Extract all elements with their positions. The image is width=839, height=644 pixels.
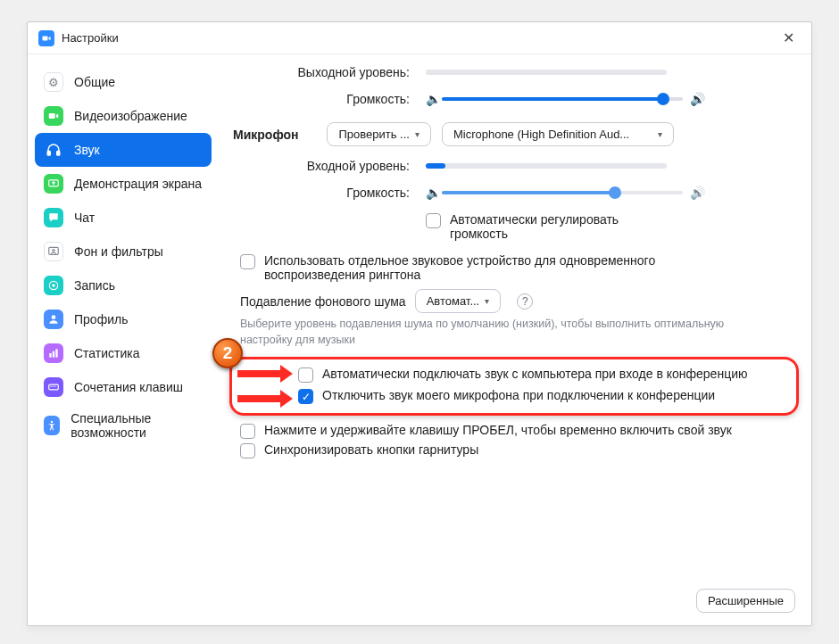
sidebar-item-video[interactable]: Видеоизображение xyxy=(35,99,212,133)
svg-point-8 xyxy=(52,284,55,287)
svg-rect-11 xyxy=(53,351,54,358)
sidebar: ⚙ Общие Видеоизображение Звук Демонстра xyxy=(28,54,215,625)
input-level-label: Входной уровень: xyxy=(233,159,426,173)
chevron-down-icon: ▾ xyxy=(415,129,420,139)
background-icon xyxy=(44,242,63,261)
push-to-talk-checkbox[interactable] xyxy=(240,424,255,439)
video-icon xyxy=(44,106,63,126)
mic-volume-label: Громкость: xyxy=(233,186,426,200)
svg-marker-21 xyxy=(280,390,293,408)
arrow-icon xyxy=(237,365,293,383)
sidebar-item-label: Чат xyxy=(74,211,95,225)
input-level-meter xyxy=(426,163,667,169)
sidebar-item-label: Сочетания клавиш xyxy=(74,380,183,394)
chat-icon xyxy=(44,208,63,227)
sidebar-item-label: Специальные возможности xyxy=(71,411,203,440)
svg-rect-2 xyxy=(47,152,50,156)
sidebar-item-chat[interactable]: Чат xyxy=(35,201,212,235)
auto-join-audio-checkbox[interactable] xyxy=(298,367,313,383)
mute-on-join-label: Отключить звук моего микрофона при подкл… xyxy=(322,388,715,402)
svg-point-9 xyxy=(52,315,56,319)
sidebar-item-label: Запись xyxy=(74,278,115,293)
svg-rect-3 xyxy=(57,152,60,156)
accessibility-icon xyxy=(44,416,60,435)
noise-suppress-label: Подавление фонового шума xyxy=(240,294,406,309)
mic-device-select[interactable]: Microphone (High Definition Aud...▾ xyxy=(442,122,674,146)
sidebar-item-recording[interactable]: Запись xyxy=(35,268,212,302)
sidebar-item-label: Профиль xyxy=(74,312,128,326)
push-to-talk-label: Нажмите и удерживайте клавишу ПРОБЕЛ, чт… xyxy=(264,423,732,437)
svg-rect-0 xyxy=(43,36,48,40)
mute-on-join-checkbox[interactable]: ✓ xyxy=(298,389,313,404)
svg-rect-15 xyxy=(53,386,54,387)
sidebar-item-accessibility[interactable]: Специальные возможности xyxy=(35,404,212,447)
noise-hint-text: Выберите уровень подавления шума по умол… xyxy=(240,317,740,348)
mic-test-button[interactable]: Проверить ...▾ xyxy=(327,122,430,146)
speaker-volume-label: Громкость: xyxy=(233,92,426,106)
ringtone-device-checkbox[interactable] xyxy=(240,254,255,269)
record-icon xyxy=(44,276,63,295)
output-level-label: Выходной уровень: xyxy=(233,65,426,79)
svg-marker-19 xyxy=(280,365,293,383)
titlebar: Настройки ✕ xyxy=(28,22,811,54)
sidebar-item-share[interactable]: Демонстрация экрана xyxy=(35,167,212,201)
sidebar-item-label: Звук xyxy=(74,143,100,157)
gear-icon: ⚙ xyxy=(44,72,63,92)
auto-volume-label: Автоматически регулировать громкость xyxy=(450,212,664,241)
sidebar-item-background[interactable]: Фон и фильтры xyxy=(35,235,212,268)
noise-suppress-select[interactable]: Автомат...▾ xyxy=(415,289,502,313)
settings-window: Настройки ✕ ⚙ Общие Видеоизображение Зву… xyxy=(27,21,812,626)
sidebar-item-label: Видеоизображение xyxy=(74,109,187,123)
advanced-button[interactable]: Расширенные xyxy=(696,589,795,613)
svg-rect-14 xyxy=(51,386,52,387)
sidebar-item-profile[interactable]: Профиль xyxy=(35,302,212,336)
svg-rect-12 xyxy=(55,349,57,357)
close-button[interactable]: ✕ xyxy=(772,26,804,51)
sync-headset-checkbox[interactable] xyxy=(240,443,255,458)
svg-point-17 xyxy=(51,421,53,423)
share-screen-icon xyxy=(44,174,63,194)
svg-rect-10 xyxy=(49,353,51,358)
svg-rect-16 xyxy=(54,386,55,387)
settings-content: Выходной уровень: Громкость: 🔈 🔊 Микрофо… xyxy=(215,54,811,625)
sidebar-item-audio[interactable]: Звук xyxy=(35,133,212,167)
sidebar-item-label: Статистика xyxy=(74,346,140,360)
volume-up-icon: 🔊 xyxy=(690,92,706,106)
auto-volume-checkbox[interactable] xyxy=(426,213,441,228)
headphones-icon xyxy=(44,140,63,160)
volume-down-icon: 🔈 xyxy=(426,92,442,106)
ringtone-device-label: Использовать отдельное звуковое устройст… xyxy=(264,253,728,282)
sidebar-item-shortcuts[interactable]: Сочетания клавиш xyxy=(35,370,212,404)
sidebar-item-stats[interactable]: Статистика xyxy=(35,336,212,370)
highlight-annotation: 2 Автоматически подключать звук с компью… xyxy=(229,357,799,416)
arrow-icon xyxy=(237,390,293,408)
profile-icon xyxy=(44,310,63,329)
sidebar-item-label: Фон и фильтры xyxy=(74,244,163,259)
svg-rect-1 xyxy=(49,113,55,119)
speaker-volume-slider[interactable] xyxy=(442,97,683,101)
sidebar-item-general[interactable]: ⚙ Общие xyxy=(35,65,212,99)
keyboard-icon xyxy=(44,377,63,397)
output-level-meter xyxy=(426,70,667,75)
svg-point-6 xyxy=(53,250,54,252)
help-icon[interactable]: ? xyxy=(517,293,533,310)
sync-headset-label: Синхронизировать кнопки гарнитуры xyxy=(264,442,478,457)
window-title: Настройки xyxy=(62,31,119,45)
chevron-down-icon: ▾ xyxy=(485,296,489,306)
stats-icon xyxy=(44,343,63,363)
step-badge-2: 2 xyxy=(212,338,243,368)
sidebar-item-label: Демонстрация экрана xyxy=(74,177,202,191)
volume-down-icon: 🔈 xyxy=(426,186,442,200)
mic-section-label: Микрофон xyxy=(233,128,298,142)
zoom-app-icon xyxy=(38,30,54,46)
auto-join-audio-label: Автоматически подключать звук с компьюте… xyxy=(322,367,747,381)
chevron-down-icon: ▾ xyxy=(658,129,662,139)
mic-volume-slider[interactable] xyxy=(442,191,683,194)
volume-up-icon: 🔊 xyxy=(690,186,706,200)
sidebar-item-label: Общие xyxy=(74,75,115,89)
